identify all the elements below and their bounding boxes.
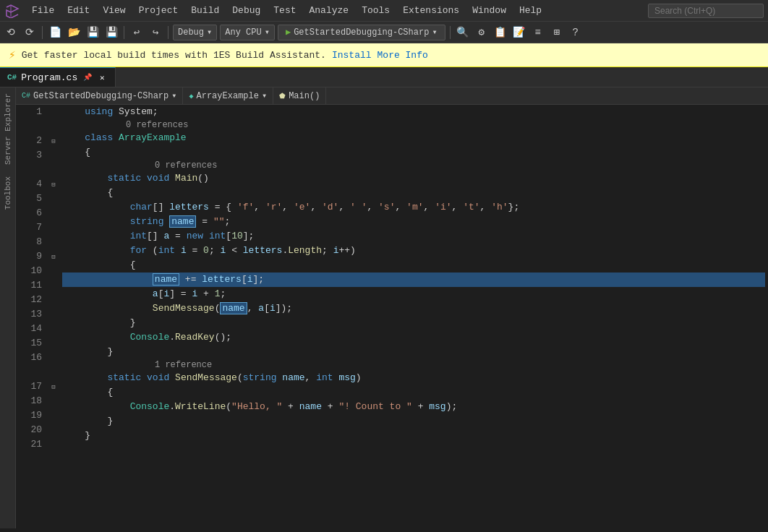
g3 xyxy=(48,148,59,163)
g13 xyxy=(48,307,59,322)
g4: ⊟ xyxy=(48,177,59,192)
collapse-class[interactable]: ⊟ xyxy=(51,137,55,145)
info-bar: ⚡ Get faster local build times with 1ES … xyxy=(0,43,768,67)
ln-14: 14 xyxy=(22,322,42,336)
code-line-6: char[] letters = { 'f', 'r', 'e', 'd', '… xyxy=(62,200,765,215)
undo-btn[interactable]: ↩ xyxy=(129,25,145,40)
code-line-4: static void Main() xyxy=(62,171,765,186)
run-button[interactable]: ▶ GetStartedDebugging-CSharp ▾ xyxy=(278,25,445,40)
ln-16: 16 xyxy=(22,351,42,365)
g19 xyxy=(48,408,59,423)
ln-13: 13 xyxy=(22,307,42,322)
toolbar-extra3[interactable]: 📋 xyxy=(492,25,508,40)
save-btn[interactable]: 💾 xyxy=(85,25,101,40)
server-explorer-label[interactable]: Server Explorer xyxy=(2,87,14,171)
code-line-2: class ArrayExample xyxy=(62,131,765,145)
toolbox-label[interactable]: Toolbox xyxy=(2,171,14,215)
g9: ⊟ xyxy=(48,249,59,264)
ln-6: 6 xyxy=(22,206,42,220)
g10 xyxy=(48,264,59,278)
g15 xyxy=(48,336,59,351)
g2: ⊟ xyxy=(48,134,59,148)
install-link[interactable]: Install xyxy=(332,50,372,61)
g6 xyxy=(48,206,59,220)
info-message: Get faster local build times with 1ES Bu… xyxy=(22,50,326,61)
search-input[interactable] xyxy=(648,4,764,18)
toolbar-extra4[interactable]: 📝 xyxy=(511,25,527,40)
redo-btn[interactable]: ↪ xyxy=(148,25,163,40)
ref-comment-2: 0 references xyxy=(62,160,765,171)
sep3 xyxy=(168,26,168,39)
menu-build[interactable]: Build xyxy=(185,4,225,17)
app-logo xyxy=(4,3,20,19)
code-line-10: { xyxy=(62,258,765,273)
ref-comment-3: 1 reference xyxy=(62,359,765,371)
toolbar-extra7[interactable]: ? xyxy=(568,25,584,40)
code-line-8: int[] a = new int[10]; xyxy=(62,229,765,244)
toolbar-extra2[interactable]: ⚙ xyxy=(474,25,490,40)
g1r xyxy=(48,365,59,379)
collapse-main[interactable]: ⊟ xyxy=(51,181,55,189)
code-line-18: { xyxy=(62,385,765,400)
menu-help[interactable]: Help xyxy=(513,4,547,17)
g8 xyxy=(48,235,59,249)
menu-debug[interactable]: Debug xyxy=(226,4,266,17)
code-line-16: } xyxy=(62,345,765,359)
tab-program-cs-active[interactable]: C# Program.cs 📌 ✕ xyxy=(0,67,116,87)
nav-method-dropdown[interactable]: ⬟ Main() xyxy=(273,87,326,104)
g0r xyxy=(48,119,59,134)
menu-tools[interactable]: Tools xyxy=(356,4,396,17)
tab-bar: C# Program.cs 📌 ✕ xyxy=(0,67,768,87)
toolbar: ⟲ ⟳ 📄 📂 💾 💾 ↩ ↪ Debug ▾ Any CPU ▾ ▶ GetS… xyxy=(0,22,768,43)
ln-3: 3 xyxy=(22,148,42,163)
code-line-12: a[i] = i + 1; xyxy=(62,287,765,301)
fwd-btn[interactable]: ⟳ xyxy=(22,25,38,40)
ln-8: 8 xyxy=(22,235,42,249)
menu-bar: File Edit View Project Build Debug Test … xyxy=(0,0,768,22)
ln-20: 20 xyxy=(22,423,42,437)
tab-close-active[interactable]: ✕ xyxy=(96,72,108,83)
menu-extensions[interactable]: Extensions xyxy=(397,4,465,17)
code-line-9: for (int i = 0; i < letters.Length; i++) xyxy=(62,244,765,258)
collapse-send[interactable]: ⊟ xyxy=(51,383,55,391)
open-btn[interactable]: 📂 xyxy=(66,25,82,40)
g20 xyxy=(48,423,59,437)
menu-window[interactable]: Window xyxy=(466,4,512,17)
ln-9: 9 xyxy=(22,249,42,264)
back-btn[interactable]: ⟲ xyxy=(3,25,19,40)
menu-project[interactable]: Project xyxy=(133,4,184,17)
sep1 xyxy=(42,26,43,39)
toolbar-extra1[interactable]: 🔍 xyxy=(455,25,471,40)
menu-test[interactable]: Test xyxy=(268,4,302,17)
toolbar-extra5[interactable]: ≡ xyxy=(530,25,546,40)
code-line-5: { xyxy=(62,186,765,200)
code-line-15: Console.ReadKey(); xyxy=(62,330,765,345)
nav-class-dropdown[interactable]: ◆ ArrayExample ▾ xyxy=(183,87,273,104)
more-info-link[interactable]: More Info xyxy=(377,50,428,61)
ln-18: 18 xyxy=(22,394,42,408)
g7 xyxy=(48,220,59,235)
save-all-btn[interactable]: 💾 xyxy=(103,25,119,40)
code-line-13: SendMessage(name, a[i]); xyxy=(62,301,765,316)
menu-edit[interactable]: Edit xyxy=(61,4,95,17)
code-line-3: { xyxy=(62,145,765,160)
ln-blank-1ref xyxy=(22,365,42,379)
toolbar-extra6[interactable]: ⊞ xyxy=(549,25,565,40)
collapse-for[interactable]: ⊟ xyxy=(51,253,55,261)
menu-file[interactable]: File xyxy=(26,4,60,17)
side-panels: Server Explorer Toolbox xyxy=(0,87,16,528)
ln-17: 17 xyxy=(22,379,42,394)
code-content[interactable]: using System; 0 references class ArrayEx… xyxy=(59,105,768,528)
menu-analyze[interactable]: Analyze xyxy=(304,4,355,17)
nav-project-dropdown[interactable]: C# GetStartedDebugging-CSharp ▾ xyxy=(16,87,183,104)
new-btn[interactable]: 📄 xyxy=(47,25,63,40)
debug-config-dropdown[interactable]: Debug ▾ xyxy=(173,25,217,40)
g16 xyxy=(48,351,59,365)
code-line-11: name += letters[i]; xyxy=(62,273,765,287)
menu-view[interactable]: View xyxy=(97,4,131,17)
code-line-20: } xyxy=(62,414,765,429)
code-line-7: string name = ""; xyxy=(62,215,765,229)
g17: ⊟ xyxy=(48,379,59,394)
code-editor: 1 2 3 4 5 6 7 8 9 10 11 12 13 14 15 16 1… xyxy=(16,105,768,528)
platform-dropdown[interactable]: Any CPU ▾ xyxy=(220,25,275,40)
